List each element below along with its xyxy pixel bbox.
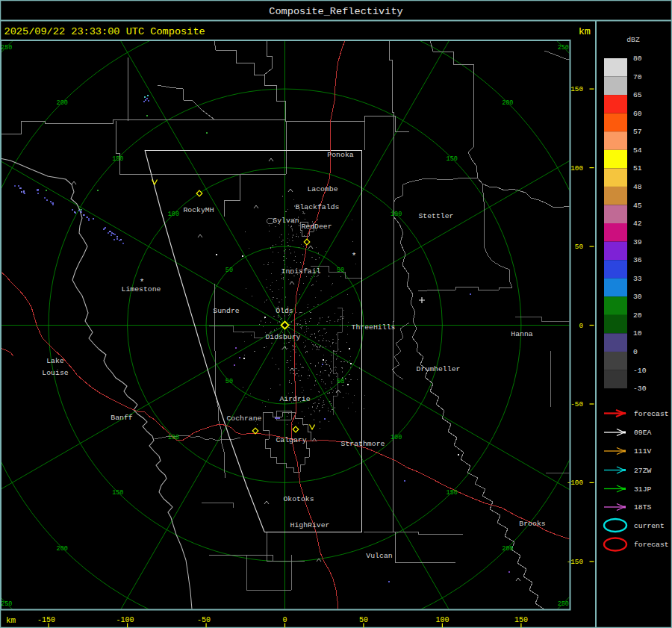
svg-text:Composite_Reflectivity: Composite_Reflectivity: [269, 6, 402, 17]
svg-text:-100: -100: [116, 616, 134, 624]
svg-text:50: 50: [359, 616, 368, 624]
svg-text:-150: -150: [37, 616, 55, 624]
svg-text:RockyMH: RockyMH: [183, 206, 214, 214]
svg-text:100: 100: [391, 211, 402, 218]
svg-text:km: km: [6, 616, 16, 625]
svg-text:50: 50: [225, 267, 233, 274]
svg-text:-100: -100: [567, 479, 583, 487]
svg-text:100: 100: [168, 211, 179, 218]
svg-text:10: 10: [633, 329, 642, 338]
svg-text:-10: -10: [633, 367, 647, 375]
svg-text:forecast: forecast: [634, 541, 669, 549]
svg-text:200: 200: [57, 545, 68, 553]
svg-text:20: 20: [633, 311, 642, 320]
svg-text:Vulcan: Vulcan: [366, 552, 392, 560]
svg-text:50: 50: [225, 378, 233, 385]
svg-text:Innisfail: Innisfail: [281, 267, 321, 276]
svg-text:Stettler: Stettler: [418, 212, 453, 220]
svg-text:250: 250: [1, 600, 12, 608]
svg-text:Limestone: Limestone: [122, 285, 161, 293]
svg-text:Didsbury: Didsbury: [265, 333, 300, 341]
svg-text:Lacombe: Lacombe: [307, 185, 337, 193]
svg-text:150: 150: [570, 85, 583, 93]
svg-text:Olds: Olds: [276, 307, 293, 315]
svg-text:km: km: [579, 26, 591, 37]
svg-text:250: 250: [558, 600, 569, 608]
svg-text:Ponoka: Ponoka: [327, 151, 353, 159]
svg-text:250: 250: [1, 44, 12, 52]
svg-text:Airdrie: Airdrie: [279, 395, 310, 403]
svg-text:ThreeHills: ThreeHills: [352, 323, 396, 332]
svg-text:0: 0: [633, 348, 638, 356]
svg-text:0: 0: [579, 322, 583, 330]
svg-text:Banff: Banff: [111, 414, 133, 422]
svg-text:150: 150: [112, 489, 123, 497]
svg-text:80: 80: [633, 55, 642, 63]
svg-text:42: 42: [633, 220, 642, 228]
svg-text:-150: -150: [567, 558, 583, 566]
svg-text:18TS: 18TS: [634, 503, 651, 512]
svg-text:Brooks: Brooks: [519, 520, 545, 528]
svg-text:Louise: Louise: [42, 369, 68, 377]
svg-text:150: 150: [447, 155, 458, 163]
svg-text:200: 200: [502, 545, 513, 553]
svg-text:36: 36: [633, 256, 642, 264]
svg-text:150: 150: [514, 616, 528, 624]
svg-text:100: 100: [570, 164, 583, 172]
svg-text:150: 150: [447, 489, 458, 497]
svg-text:dBZ: dBZ: [626, 36, 640, 44]
svg-text:111V: 111V: [634, 447, 651, 456]
svg-text:Strathmore: Strathmore: [341, 440, 385, 448]
svg-text:51: 51: [633, 164, 642, 172]
svg-text:250: 250: [558, 44, 569, 52]
svg-text:27ZW: 27ZW: [634, 467, 651, 475]
svg-text:Sylvan: Sylvan: [273, 217, 299, 225]
svg-text:Calgary: Calgary: [276, 436, 306, 444]
svg-text:48: 48: [633, 183, 642, 191]
svg-text:45: 45: [633, 202, 642, 210]
svg-text:60: 60: [633, 110, 642, 118]
svg-text:Hanna: Hanna: [511, 330, 533, 338]
svg-text:50: 50: [337, 378, 344, 385]
svg-text:65: 65: [633, 91, 642, 99]
svg-text:-50: -50: [197, 616, 211, 624]
svg-text:50: 50: [337, 267, 344, 274]
svg-text:HighRiver: HighRiver: [290, 521, 330, 529]
svg-text:Cochrane: Cochrane: [226, 414, 261, 423]
svg-text:RedDeer: RedDeer: [301, 223, 332, 231]
svg-text:33: 33: [633, 275, 642, 283]
svg-text:Sundre: Sundre: [213, 307, 239, 315]
svg-text:*: *: [352, 252, 357, 261]
svg-text:forecast: forecast: [634, 410, 669, 418]
svg-text:Okotoks: Okotoks: [283, 495, 314, 503]
svg-text:31JP: 31JP: [634, 485, 651, 494]
svg-text:57: 57: [633, 128, 642, 136]
svg-text:100: 100: [435, 616, 449, 624]
svg-text:50: 50: [575, 243, 583, 251]
svg-text:-50: -50: [570, 400, 583, 408]
svg-text:09EA: 09EA: [634, 429, 651, 437]
svg-text:2025/09/22 23:33:00 UTC Compos: 2025/09/22 23:33:00 UTC Composite: [4, 26, 205, 37]
svg-text:Drumheller: Drumheller: [417, 365, 461, 373]
svg-text:0: 0: [282, 616, 287, 624]
svg-text:current: current: [634, 522, 665, 530]
svg-text:100: 100: [168, 434, 179, 441]
svg-text:100: 100: [391, 434, 402, 441]
svg-text:30: 30: [633, 293, 642, 301]
svg-text:39: 39: [633, 238, 642, 246]
svg-text:54: 54: [633, 146, 642, 155]
svg-text:150: 150: [112, 155, 123, 163]
svg-text:200: 200: [502, 99, 513, 107]
svg-text:70: 70: [633, 73, 642, 81]
svg-text:-30: -30: [633, 385, 647, 393]
svg-text:Blackfalds: Blackfalds: [296, 203, 340, 211]
svg-text:Lake: Lake: [46, 357, 64, 365]
svg-text:200: 200: [57, 99, 68, 107]
